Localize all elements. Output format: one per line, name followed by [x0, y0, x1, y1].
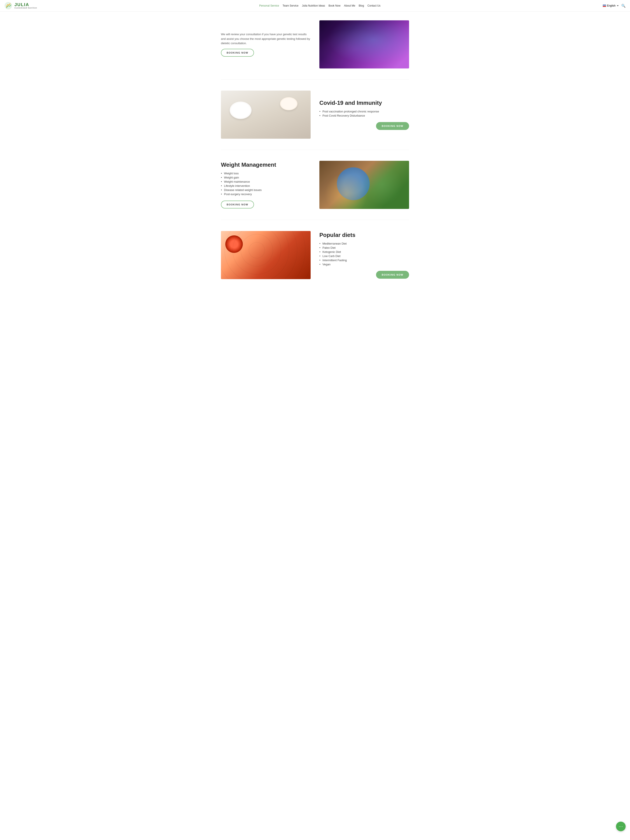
nav-julia-nutrition-ideas[interactable]: Julia Nutrition Ideas: [302, 4, 325, 7]
weight-image: [319, 161, 409, 209]
logo-icon: [5, 2, 12, 9]
divider-2: [221, 150, 409, 150]
flag-icon: [603, 5, 606, 7]
nav-team-service[interactable]: Team Service: [283, 4, 298, 7]
weight-section: Weight Management Weight loss Weight gai…: [221, 152, 409, 218]
popular-booking-container: BOOKING NOW: [319, 271, 409, 279]
genetic-image: [319, 21, 409, 68]
genetic-body: We will review your consultation if you …: [221, 32, 311, 46]
list-item: Weight gain: [221, 175, 311, 180]
search-button[interactable]: 🔍: [621, 4, 625, 8]
site-header: JULIA Customised Nutrition Personal Serv…: [0, 0, 630, 12]
covid-booking-container: BOOKING NOW: [319, 122, 409, 130]
genetic-image-placeholder: [319, 21, 409, 68]
covid-title: Covid-19 and Immunity: [319, 99, 409, 106]
genetic-text: We will review your consultation if you …: [221, 32, 311, 57]
list-item: Paleo Diet: [319, 246, 409, 250]
covid-image: [221, 90, 311, 139]
covid-booking-button[interactable]: BOOKING NOW: [376, 122, 409, 130]
svg-point-0: [5, 2, 12, 9]
nav-blog[interactable]: Blog: [359, 4, 364, 7]
list-item: Disease related weight issues: [221, 188, 311, 192]
nav-about-me[interactable]: About Me: [344, 4, 355, 7]
chevron-down-icon: [617, 5, 619, 6]
main-nav: Personal Service Team Service Julia Nutr…: [259, 4, 381, 7]
list-item: Vegan: [319, 262, 409, 267]
covid-section: Covid-19 and Immunity Post vaccination p…: [221, 82, 409, 147]
list-item: Ketogenic Diet: [319, 250, 409, 254]
weight-text: Weight Management Weight loss Weight gai…: [221, 161, 311, 208]
divider-1: [221, 79, 409, 80]
nav-contact-us[interactable]: Contact Us: [368, 4, 381, 7]
list-item: Post Covid Recovery Disturbance: [319, 114, 409, 118]
genetic-section: We will review your consultation if you …: [221, 12, 409, 77]
logo-area: JULIA Customised Nutrition: [5, 2, 37, 9]
genetic-booking-button[interactable]: BOOKING NOW: [221, 49, 254, 57]
list-item: Weight maintenance: [221, 180, 311, 184]
nav-personal-service[interactable]: Personal Service: [259, 4, 279, 7]
covid-list: Post vaccination prolonged chronic respo…: [319, 109, 409, 118]
logo-text: JULIA Customised Nutrition: [14, 2, 37, 9]
popular-title: Popular diets: [319, 232, 409, 238]
list-item: Post vaccination prolonged chronic respo…: [319, 109, 409, 114]
logo-brand: JULIA: [14, 2, 37, 7]
weight-booking-button[interactable]: BOOKING NOW: [221, 201, 254, 208]
popular-image-placeholder: [221, 231, 311, 279]
nav-book-now[interactable]: Book Now: [328, 4, 341, 7]
list-item: Intermittent Fasting: [319, 258, 409, 262]
popular-booking-button[interactable]: BOOKING NOW: [376, 271, 409, 279]
nav-right: English 🔍: [603, 4, 625, 8]
list-item: Post-surgery recovery: [221, 192, 311, 196]
popular-section: Popular diets Mediterranean Diet Paleo D…: [221, 222, 409, 288]
list-item: Low Carb Diet: [319, 254, 409, 258]
weight-title: Weight Management: [221, 161, 311, 168]
list-item: Mediterranean Diet: [319, 242, 409, 246]
language-selector[interactable]: English: [603, 4, 619, 7]
popular-text: Popular diets Mediterranean Diet Paleo D…: [319, 232, 409, 279]
language-label: English: [607, 4, 616, 7]
covid-text: Covid-19 and Immunity Post vaccination p…: [319, 99, 409, 130]
weight-list: Weight loss Weight gain Weight maintenan…: [221, 171, 311, 196]
logo-subtitle: Customised Nutrition: [14, 7, 37, 9]
covid-image-placeholder: [221, 90, 311, 139]
list-item: Weight loss: [221, 171, 311, 175]
popular-list: Mediterranean Diet Paleo Diet Ketogenic …: [319, 242, 409, 267]
popular-image: [221, 231, 311, 279]
list-item: Lifestyle intervention: [221, 184, 311, 188]
page-content: We will review your consultation if you …: [216, 12, 414, 288]
weight-image-placeholder: [319, 161, 409, 209]
